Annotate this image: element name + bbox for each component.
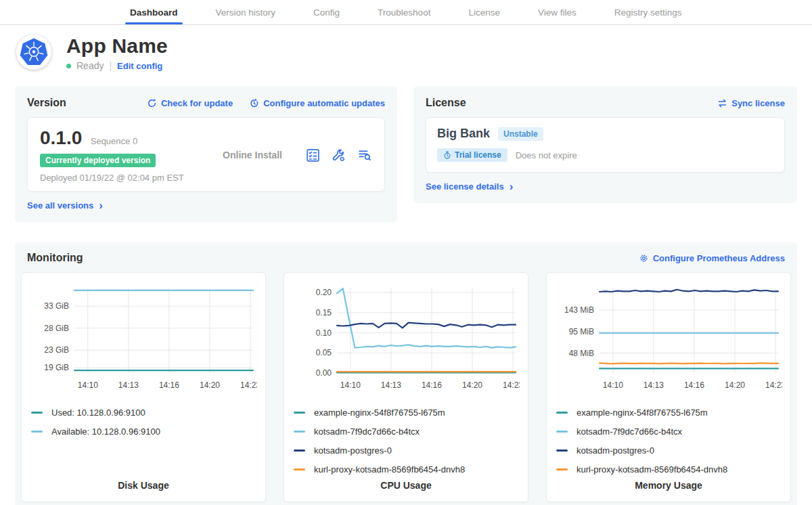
app-title: App Name bbox=[66, 35, 168, 58]
legend-label: kurl-proxy-kotsadm-8569fb6454-dnvh8 bbox=[314, 464, 465, 475]
svg-text:14:13: 14:13 bbox=[381, 380, 401, 390]
svg-text:14:20: 14:20 bbox=[725, 380, 745, 390]
current-version-panel: 0.1.0 Sequence 0 Currently deployed vers… bbox=[27, 117, 385, 192]
svg-text:14:23: 14:23 bbox=[503, 380, 520, 390]
tab-registry-settings[interactable]: Registry settings bbox=[614, 0, 682, 24]
license-panel: Big Bank Unstable Trial license Does not… bbox=[426, 117, 785, 173]
chart-plot: 48 MiB95 MiB143 MiB14:1014:1314:1614:201… bbox=[556, 281, 782, 395]
svg-text:14:10: 14:10 bbox=[603, 380, 623, 390]
svg-text:0.15: 0.15 bbox=[316, 308, 332, 317]
app-status-row: Ready | Edit config bbox=[66, 60, 168, 71]
chart-title: Memory Usage bbox=[556, 480, 781, 492]
legend-dash-icon bbox=[31, 412, 43, 414]
legend-label: kotsadm-7f9dc7d66c-b4tcx bbox=[577, 426, 682, 437]
tab-dashboard[interactable]: Dashboard bbox=[130, 0, 178, 24]
legend-label: kurl-proxy-kotsadm-8569fb6454-dnvh8 bbox=[577, 464, 727, 475]
refresh-icon bbox=[147, 98, 157, 108]
monitoring-card: Monitoring Configure Prometheus Address … bbox=[15, 242, 797, 505]
legend-item: kotsadm-7f9dc7d66c-b4tcx bbox=[556, 422, 781, 441]
legend-dash-icon bbox=[556, 449, 568, 452]
legend-dash-icon bbox=[31, 431, 43, 433]
legend-dash-icon bbox=[556, 412, 568, 414]
see-all-versions-link[interactable]: See all versions › bbox=[27, 200, 103, 211]
legend-label: example-nginx-54f8f76755-l675m bbox=[314, 408, 445, 418]
monitoring-title: Monitoring bbox=[27, 252, 83, 264]
app-header: App Name Ready | Edit config bbox=[15, 25, 797, 71]
trial-license-label: Trial license bbox=[455, 150, 501, 160]
dashboard-page: App Name Ready | Edit config Version bbox=[0, 25, 812, 505]
legend-dash-icon bbox=[556, 468, 568, 470]
license-name: Big Bank bbox=[437, 127, 490, 141]
check-for-update-link[interactable]: Check for update bbox=[147, 98, 233, 108]
svg-text:0.00: 0.00 bbox=[316, 368, 332, 378]
legend-item: kurl-proxy-kotsadm-8569fb6454-dnvh8 bbox=[556, 460, 781, 479]
chart-plot: 19 GiB23 GiB28 GiB33 GiB14:1014:1314:161… bbox=[31, 281, 257, 395]
tab-troubleshoot[interactable]: Troubleshoot bbox=[378, 0, 430, 24]
legend-dash-icon bbox=[294, 468, 305, 470]
configure-prometheus-link[interactable]: Configure Prometheus Address bbox=[639, 253, 785, 263]
tab-version-history[interactable]: Version history bbox=[216, 0, 276, 24]
see-all-versions-label: See all versions bbox=[27, 200, 93, 211]
legend-label: example-nginx-54f8f76755-l675m bbox=[577, 408, 708, 418]
svg-text:95 MiB: 95 MiB bbox=[569, 327, 594, 336]
stopwatch-icon bbox=[443, 151, 451, 159]
svg-text:14:23: 14:23 bbox=[765, 380, 782, 390]
channel-badge: Unstable bbox=[498, 127, 543, 141]
version-card-title: Version bbox=[27, 97, 66, 109]
legend-dash-icon bbox=[294, 449, 305, 452]
see-license-details-link[interactable]: See license details › bbox=[426, 181, 513, 192]
legend-item: kotsadm-7f9dc7d66c-b4tcx bbox=[294, 422, 518, 441]
edit-config-link[interactable]: Edit config bbox=[117, 61, 162, 71]
license-expiry: Does not expire bbox=[516, 150, 577, 160]
chart-legend: example-nginx-54f8f76755-l675mkotsadm-7f… bbox=[556, 403, 781, 479]
svg-text:14:10: 14:10 bbox=[340, 380, 361, 390]
config-tools-button[interactable] bbox=[332, 148, 346, 162]
sync-license-link[interactable]: Sync license bbox=[717, 98, 785, 108]
app-logo bbox=[16, 35, 51, 70]
svg-text:14:20: 14:20 bbox=[200, 380, 220, 390]
kubernetes-icon bbox=[19, 37, 49, 67]
chart-card-disk-usage: 19 GiB23 GiB28 GiB33 GiB14:1014:1314:161… bbox=[21, 272, 266, 502]
chart-card-cpu-usage: 0.000.050.100.150.2014:1014:1314:1614:20… bbox=[284, 272, 528, 502]
configure-auto-updates-label: Configure automatic updates bbox=[263, 98, 385, 108]
deployed-badge: Currently deployed version bbox=[40, 154, 156, 167]
clock-refresh-icon bbox=[249, 98, 259, 108]
license-card-title: License bbox=[426, 97, 466, 109]
install-type: Online Install bbox=[199, 150, 306, 160]
gear-icon bbox=[639, 253, 649, 263]
legend-item: Available: 10.128.0.96:9100 bbox=[31, 422, 256, 441]
legend-item: kotsadm-postgres-0 bbox=[294, 441, 518, 460]
svg-text:48 MiB: 48 MiB bbox=[569, 349, 594, 358]
charts-row: 19 GiB23 GiB28 GiB33 GiB14:1014:1314:161… bbox=[20, 272, 792, 502]
status-dot-icon bbox=[66, 64, 71, 68]
legend-item: kurl-proxy-kotsadm-8569fb6454-dnvh8 bbox=[294, 460, 518, 479]
svg-text:28 GiB: 28 GiB bbox=[44, 324, 69, 333]
legend-label: kotsadm-postgres-0 bbox=[577, 445, 654, 456]
license-card: License Sync license Big Bank Unstable bbox=[413, 86, 797, 203]
svg-text:33 GiB: 33 GiB bbox=[44, 301, 69, 311]
app-header-text: App Name Ready | Edit config bbox=[66, 35, 168, 71]
chevron-right-icon: › bbox=[99, 202, 103, 209]
divider: | bbox=[109, 60, 112, 71]
top-nav: DashboardVersion historyConfigTroublesho… bbox=[0, 0, 812, 25]
legend-dash-icon bbox=[556, 431, 568, 433]
tab-config[interactable]: Config bbox=[313, 0, 340, 24]
wrench-gear-icon bbox=[332, 148, 346, 162]
sync-license-label: Sync license bbox=[731, 98, 785, 108]
legend-label: Available: 10.128.0.96:9100 bbox=[51, 426, 160, 437]
view-logs-button[interactable] bbox=[357, 148, 372, 162]
legend-dash-icon bbox=[294, 412, 305, 414]
chart-legend: Used: 10.128.0.96:9100Available: 10.128.… bbox=[31, 403, 256, 441]
version-card: Version Check for update bbox=[15, 86, 397, 222]
chart-title: CPU Usage bbox=[294, 480, 518, 492]
legend-label: kotsadm-7f9dc7d66c-b4tcx bbox=[314, 426, 420, 437]
tab-license[interactable]: License bbox=[468, 0, 500, 24]
configure-auto-updates-link[interactable]: Configure automatic updates bbox=[249, 98, 385, 108]
svg-text:143 MiB: 143 MiB bbox=[564, 305, 594, 315]
svg-text:14:23: 14:23 bbox=[240, 380, 257, 390]
tab-view-files[interactable]: View files bbox=[538, 0, 577, 24]
preflight-checks-button[interactable] bbox=[306, 148, 320, 162]
sync-icon bbox=[717, 98, 727, 108]
configure-prometheus-label: Configure Prometheus Address bbox=[653, 253, 785, 263]
legend-item: example-nginx-54f8f76755-l675m bbox=[556, 403, 781, 422]
